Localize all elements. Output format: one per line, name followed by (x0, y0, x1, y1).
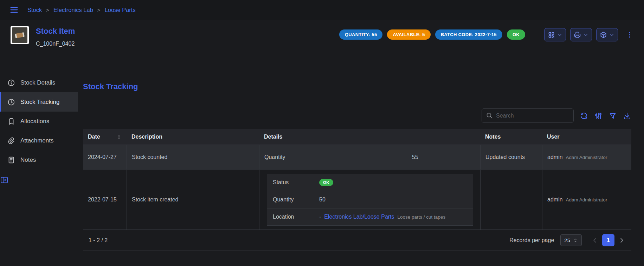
sidebar-collapse-icon[interactable] (0, 176, 78, 184)
cell-details: Quantity 55 (259, 145, 480, 169)
pagination: 1 (591, 234, 626, 246)
location-prefix: - (319, 214, 321, 220)
user-fullname: Adam Administrator (566, 197, 607, 202)
detail-label: Status (273, 179, 319, 186)
search-icon (486, 112, 493, 119)
quantity-badge: QUANTITY: 55 (339, 29, 382, 40)
batch-code-badge: BATCH CODE: 2022-7-15 (435, 29, 502, 40)
detail-row-quantity: Quantity 50 (267, 191, 473, 208)
column-header-details: Details (259, 129, 480, 145)
filter-icon[interactable] (608, 112, 617, 120)
cell-description: Stock counted (127, 145, 259, 169)
info-icon (7, 79, 15, 87)
previous-page-icon[interactable] (591, 237, 599, 244)
user-fullname: Adam Administrator (566, 155, 607, 160)
sidebar: Stock Details Stock Tracking Allocations… (0, 70, 78, 266)
table-footer: 1 - 2 / 2 Records per page 25 1 (83, 230, 631, 251)
barcode-icon (548, 31, 555, 39)
thumbnail-photo (12, 27, 27, 43)
history-icon (7, 98, 15, 106)
column-header-user: User (542, 129, 631, 145)
detail-subtable: Status OK Quantity 50 Location (267, 174, 473, 226)
detail-label: Quantity (264, 154, 412, 160)
page-1-button[interactable]: 1 (602, 234, 614, 246)
column-header-description: Description (127, 129, 259, 145)
cell-details: Status OK Quantity 50 Location (259, 170, 480, 230)
search-box (482, 108, 574, 123)
adjustments-icon[interactable] (594, 112, 603, 120)
breadcrumb-loose-parts[interactable]: Loose Parts (105, 7, 136, 13)
record-range: 1 - 2 / 2 (89, 237, 108, 244)
cell-date: 2022-07-15 (83, 170, 127, 230)
cell-notes: Updated counts (480, 145, 542, 169)
header-actions (544, 26, 633, 41)
stock-tracking-table: Date Description Details Notes User 2024… (83, 129, 631, 251)
part-name: C_100nF_0402 (36, 41, 75, 47)
status-badges: QUANTITY: 55 AVAILABLE: 5 BATCH CODE: 20… (339, 26, 525, 40)
breadcrumb-electronics-lab[interactable]: Electronics Lab (53, 7, 93, 13)
breadcrumb-separator: > (97, 7, 101, 13)
cell-user: admin Adam Administrator (542, 145, 631, 169)
sidebar-item-label: Attachments (20, 137, 54, 144)
download-icon[interactable] (623, 112, 631, 120)
sidebar-item-stock-tracking[interactable]: Stock Tracking (0, 92, 78, 112)
package-icon (600, 31, 607, 39)
sidebar-item-label: Notes (20, 157, 36, 164)
printer-icon (574, 31, 581, 39)
table-row[interactable]: 2022-07-15 Stock item created Status OK … (83, 169, 631, 230)
breadcrumb-separator: > (46, 7, 49, 13)
sidebar-item-label: Stock Details (20, 79, 55, 86)
stock-item-thumbnail[interactable] (11, 26, 29, 44)
ok-status-badge: OK (319, 179, 333, 186)
cell-user: admin Adam Administrator (542, 170, 631, 230)
sidebar-item-attachments[interactable]: Attachments (0, 131, 78, 150)
detail-row-location: Location - Electronics Lab/Loose Parts L… (267, 208, 473, 226)
records-per-page-value: 25 (564, 237, 570, 243)
bookmark-icon (7, 118, 15, 125)
chevron-down-icon (583, 32, 588, 38)
search-input[interactable] (496, 113, 569, 119)
notes-icon (7, 156, 15, 164)
detail-value: 55 (412, 154, 418, 160)
stock-actions-button[interactable] (596, 28, 618, 41)
sidebar-item-label: Allocations (20, 118, 49, 125)
username: admin (547, 197, 563, 203)
detail-label: Quantity (273, 197, 319, 203)
table-row[interactable]: 2024-07-27 Stock counted Quantity 55 Upd… (83, 145, 631, 169)
cell-date: 2024-07-27 (83, 145, 127, 169)
table-header: Date Description Details Notes User (83, 129, 631, 145)
divider (83, 99, 631, 99)
column-header-date[interactable]: Date (83, 129, 127, 145)
print-actions-button[interactable] (570, 28, 592, 41)
sidebar-item-label: Stock Tracking (20, 99, 60, 106)
table-toolbar (83, 108, 631, 123)
chevron-down-icon (609, 32, 614, 38)
records-per-page-label: Records per page (509, 237, 554, 244)
panel-title: Stock Tracking (83, 82, 631, 91)
cell-notes (480, 170, 542, 230)
selector-icon (573, 238, 578, 243)
detail-label: Location (273, 214, 319, 220)
chevron-down-icon (557, 32, 562, 38)
records-per-page-select[interactable]: 25 (560, 234, 582, 246)
sort-icon (116, 134, 122, 140)
status-ok-badge: OK (507, 29, 525, 40)
refresh-icon[interactable] (580, 112, 588, 120)
dots-vertical-icon[interactable] (626, 31, 633, 39)
barcode-actions-button[interactable] (544, 28, 566, 41)
breadcrumb: Stock > Electronics Lab > Loose Parts (27, 7, 136, 13)
paperclip-icon (7, 137, 15, 145)
menu-icon[interactable] (9, 5, 19, 15)
next-page-icon[interactable] (618, 237, 626, 244)
location-link[interactable]: Electronics Lab/Loose Parts (324, 214, 394, 220)
breadcrumb-stock[interactable]: Stock (27, 7, 42, 13)
sidebar-item-allocations[interactable]: Allocations (0, 112, 78, 131)
page-title: Stock Item (36, 27, 75, 36)
item-identity: Stock Item C_100nF_0402 (11, 26, 75, 47)
sidebar-item-stock-details[interactable]: Stock Details (0, 73, 78, 92)
page-header: Stock Item C_100nF_0402 QUANTITY: 55 AVA… (0, 20, 644, 70)
detail-value: 50 (319, 197, 326, 203)
sidebar-item-notes[interactable]: Notes (0, 150, 78, 169)
topbar: Stock > Electronics Lab > Loose Parts (0, 0, 644, 20)
location-description: Loose parts / cut tapes (398, 214, 446, 220)
